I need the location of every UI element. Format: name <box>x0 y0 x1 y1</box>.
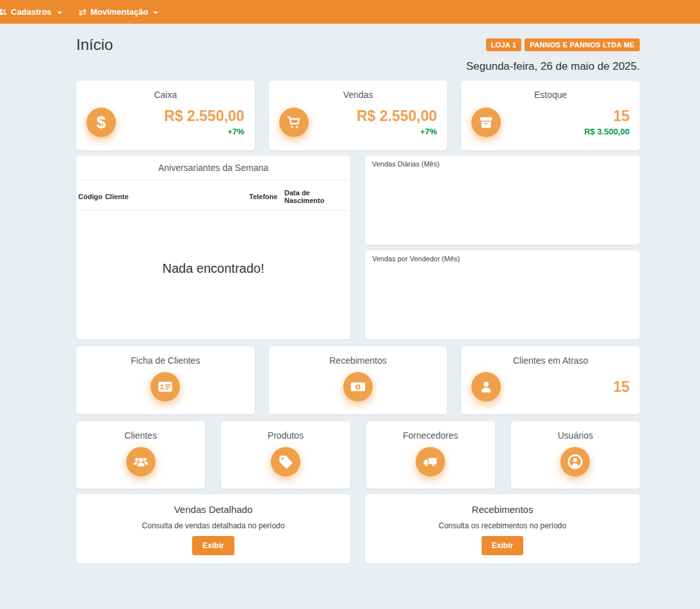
birthdays-table: Código Cliente Telefone Data de Nascimen… <box>76 180 350 211</box>
nav-label-movimentacao: Movimentação <box>90 7 148 17</box>
panel-clientes-atraso[interactable]: Clientes em Atraso 15 <box>461 346 640 414</box>
daily-sales-chart-title: Vendas Diárias (Mês) <box>372 160 633 168</box>
exibir-button[interactable]: Exibir <box>192 536 234 555</box>
stat-sub-value: +7% <box>309 127 437 136</box>
cart-icon <box>279 108 309 137</box>
stat-sub-value: +7% <box>116 127 245 136</box>
column-header-cliente: Cliente <box>104 180 248 211</box>
users-icon <box>0 8 7 16</box>
shortcut-clientes[interactable]: Clientes <box>76 421 205 489</box>
seller-sales-chart: Vendas por Vendedor (Mês) <box>365 250 640 339</box>
report-vendas-detalhado: Vendas Detalhado Consulta de vendas deta… <box>76 494 350 564</box>
middle-row: Aniversariantes da Semana Código Cliente… <box>76 156 640 339</box>
seller-sales-chart-title: Vendas por Vendedor (Mês) <box>372 255 633 263</box>
exchange-icon: ⇄ <box>79 7 87 17</box>
column-header-nascimento: Data de Nascimento <box>283 180 350 211</box>
stats-row: Caixa $ R$ 2.550,00 +7% Vendas R$ 2. <box>76 81 640 150</box>
shortcut-produtos[interactable]: Produtos <box>221 421 350 489</box>
user-icon <box>471 372 501 402</box>
svg-text:1: 1 <box>357 384 360 389</box>
nav-label-cadastros: Cadastros <box>11 7 52 17</box>
store-badge: LOJA 1 <box>486 38 522 51</box>
page-header: Início LOJA 1 PANNOS E PANNOS LTDA ME <box>76 24 640 56</box>
exibir-button[interactable]: Exibir <box>482 536 523 555</box>
panel-recebimentos[interactable]: Recebimentos 1 <box>269 346 448 414</box>
nav-menu-cadastros[interactable]: Cadastros <box>0 0 70 24</box>
stat-card-vendas: Vendas R$ 2.550,00 +7% <box>269 81 448 150</box>
birthdays-card: Aniversariantes da Semana Código Cliente… <box>76 156 350 339</box>
shortcut-usuarios[interactable]: Usuários <box>511 421 640 489</box>
shortcut-title: Produtos <box>227 430 343 441</box>
shortcut-title: Clientes <box>83 430 199 441</box>
column-header-telefone: Telefone <box>248 180 283 211</box>
report-description: Consulta de vendas detalhada no período <box>84 521 343 530</box>
stat-card-estoque: Estoque 15 R$ 3.500,00 <box>461 81 640 150</box>
stat-value: 15 <box>501 108 630 126</box>
charts-column: Vendas Diárias (Mês) Vendas por Vendedor… <box>365 156 640 339</box>
birthdays-title: Aniversariantes da Semana <box>76 156 350 180</box>
daily-sales-chart: Vendas Diárias (Mês) <box>365 156 640 245</box>
panel-title: Recebimentos <box>279 355 437 366</box>
reports-row: Vendas Detalhado Consulta de vendas deta… <box>76 494 640 564</box>
stat-card-caixa: Caixa $ R$ 2.550,00 +7% <box>76 81 255 150</box>
users-icon <box>126 447 156 476</box>
column-header-codigo: Código <box>76 180 104 211</box>
company-badge: PANNOS E PANNOS LTDA ME <box>525 38 640 51</box>
stat-value: R$ 2.550,00 <box>309 108 437 126</box>
money-bill-icon: 1 <box>343 372 373 402</box>
dashboard-page: Cadastros ⇄ Movimentação Início LOJA 1 P… <box>0 0 700 609</box>
tag-icon <box>271 447 300 476</box>
user-circle-icon <box>560 447 590 476</box>
shortcut-title: Fornecedores <box>373 430 489 441</box>
stat-value: R$ 2.550,00 <box>116 108 245 126</box>
panel-title: Ficha de Clientes <box>86 355 245 366</box>
panel-ficha-clientes[interactable]: Ficha de Clientes <box>76 346 255 414</box>
stat-title: Caixa <box>86 90 245 100</box>
stat-title: Vendas <box>279 90 437 100</box>
report-title: Recebimentos <box>373 504 632 515</box>
stat-sub-value: R$ 3.500,00 <box>501 127 630 136</box>
caret-down-icon <box>153 12 158 14</box>
page-title: Início <box>76 36 113 54</box>
stat-title: Estoque <box>471 90 630 100</box>
panel-title: Clientes em Atraso <box>471 355 630 366</box>
box-icon <box>471 108 501 137</box>
shortcuts-row: Clientes Produtos Fornecedores <box>76 421 640 489</box>
shortcut-fornecedores[interactable]: Fornecedores <box>366 421 495 489</box>
top-navbar: Cadastros ⇄ Movimentação <box>0 0 700 24</box>
caret-down-icon <box>57 12 62 14</box>
panels-row: Ficha de Clientes Recebimentos 1 Cliente… <box>76 346 640 414</box>
overdue-count: 15 <box>501 378 630 396</box>
dollar-icon: $ <box>86 108 116 137</box>
report-title: Vendas Detalhado <box>84 504 343 515</box>
nav-menu-movimentacao[interactable]: ⇄ Movimentação <box>70 0 167 24</box>
shortcut-title: Usuários <box>517 430 633 441</box>
id-card-icon <box>151 372 180 402</box>
report-recebimentos: Recebimentos Consulta os recebimentos no… <box>365 494 640 564</box>
current-date: Segunda-feira, 26 de maio de 2025. <box>76 60 640 76</box>
store-badges: LOJA 1 PANNOS E PANNOS LTDA ME <box>486 38 640 51</box>
truck-icon <box>416 447 445 476</box>
empty-state-message: Nada encontrado! <box>76 211 350 339</box>
report-description: Consulta os recebimentos no período <box>373 521 632 530</box>
